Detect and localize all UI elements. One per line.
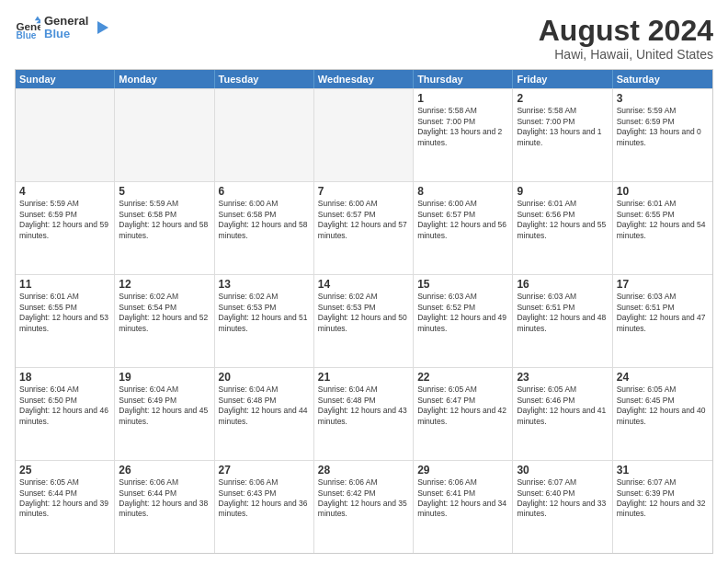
header-sunday: Sunday: [16, 70, 115, 88]
cell-5-2: 26Sunrise: 6:06 AM Sunset: 6:44 PM Dayli…: [115, 461, 214, 553]
header-monday: Monday: [115, 70, 214, 88]
week-1: 1Sunrise: 5:58 AM Sunset: 7:00 PM Daylig…: [16, 88, 712, 181]
svg-text:Blue: Blue: [17, 31, 37, 41]
day-info: Sunrise: 6:00 AM Sunset: 6:57 PM Dayligh…: [417, 199, 508, 241]
cell-3-3: 13Sunrise: 6:02 AM Sunset: 6:53 PM Dayli…: [215, 275, 314, 367]
day-info: Sunrise: 6:03 AM Sunset: 6:51 PM Dayligh…: [617, 292, 709, 334]
day-info: Sunrise: 6:06 AM Sunset: 6:44 PM Dayligh…: [119, 477, 210, 520]
cell-1-2: [115, 89, 214, 181]
calendar-subtitle: Hawi, Hawaii, United States: [539, 47, 713, 62]
day-number: 22: [417, 371, 508, 384]
day-number: 21: [318, 371, 409, 384]
day-number: 6: [219, 185, 310, 198]
cell-1-4: [314, 89, 414, 181]
cell-1-3: [215, 89, 314, 181]
day-number: 16: [517, 278, 608, 291]
day-info: Sunrise: 6:01 AM Sunset: 6:55 PM Dayligh…: [617, 199, 709, 241]
day-number: 13: [219, 278, 310, 291]
day-info: Sunrise: 6:00 AM Sunset: 6:58 PM Dayligh…: [219, 199, 310, 241]
day-info: Sunrise: 6:07 AM Sunset: 6:39 PM Dayligh…: [617, 477, 709, 520]
cell-5-7: 31Sunrise: 6:07 AM Sunset: 6:39 PM Dayli…: [613, 461, 712, 553]
svg-marker-2: [35, 17, 40, 21]
day-info: Sunrise: 6:07 AM Sunset: 6:40 PM Dayligh…: [517, 477, 608, 520]
day-number: 23: [517, 371, 608, 384]
cell-4-7: 24Sunrise: 6:05 AM Sunset: 6:45 PM Dayli…: [613, 368, 712, 460]
day-info: Sunrise: 6:03 AM Sunset: 6:51 PM Dayligh…: [517, 292, 608, 334]
day-number: 30: [517, 464, 608, 477]
cell-3-1: 11Sunrise: 6:01 AM Sunset: 6:55 PM Dayli…: [16, 275, 115, 367]
day-number: 31: [617, 464, 709, 477]
cell-1-1: [16, 89, 115, 181]
calendar-title: August 2024: [539, 15, 713, 47]
day-info: Sunrise: 6:02 AM Sunset: 6:53 PM Dayligh…: [318, 292, 409, 334]
title-area: August 2024 Hawi, Hawaii, United States: [539, 15, 713, 62]
day-info: Sunrise: 5:59 AM Sunset: 6:59 PM Dayligh…: [19, 199, 110, 241]
day-info: Sunrise: 5:58 AM Sunset: 7:00 PM Dayligh…: [417, 106, 508, 148]
day-number: 28: [318, 464, 409, 477]
day-info: Sunrise: 6:04 AM Sunset: 6:49 PM Dayligh…: [119, 385, 210, 427]
cell-2-1: 4Sunrise: 5:59 AM Sunset: 6:59 PM Daylig…: [16, 182, 115, 274]
day-number: 4: [19, 185, 110, 198]
cell-3-2: 12Sunrise: 6:02 AM Sunset: 6:54 PM Dayli…: [115, 275, 214, 367]
cell-3-4: 14Sunrise: 6:02 AM Sunset: 6:53 PM Dayli…: [314, 275, 414, 367]
header-saturday: Saturday: [613, 70, 712, 88]
day-info: Sunrise: 6:04 AM Sunset: 6:48 PM Dayligh…: [219, 385, 310, 427]
day-info: Sunrise: 6:00 AM Sunset: 6:57 PM Dayligh…: [318, 199, 409, 241]
day-number: 24: [617, 371, 709, 384]
day-number: 7: [318, 185, 409, 198]
cell-1-6: 2Sunrise: 5:58 AM Sunset: 7:00 PM Daylig…: [513, 89, 612, 181]
day-number: 9: [517, 185, 608, 198]
svg-marker-4: [97, 21, 108, 34]
page: General Blue General Blue August 2024 Ha…: [0, 0, 728, 563]
day-number: 14: [318, 278, 409, 291]
day-number: 10: [617, 185, 709, 198]
day-number: 29: [417, 464, 508, 477]
calendar-header: Sunday Monday Tuesday Wednesday Thursday…: [16, 70, 712, 88]
cell-5-5: 29Sunrise: 6:06 AM Sunset: 6:41 PM Dayli…: [414, 461, 513, 553]
day-number: 15: [417, 278, 508, 291]
day-number: 26: [119, 464, 210, 477]
cell-2-7: 10Sunrise: 6:01 AM Sunset: 6:55 PM Dayli…: [613, 182, 712, 274]
day-number: 25: [19, 464, 110, 477]
day-number: 5: [119, 185, 210, 198]
day-info: Sunrise: 6:06 AM Sunset: 6:41 PM Dayligh…: [417, 477, 508, 520]
cell-2-2: 5Sunrise: 5:59 AM Sunset: 6:58 PM Daylig…: [115, 182, 214, 274]
cell-4-6: 23Sunrise: 6:05 AM Sunset: 6:46 PM Dayli…: [513, 368, 612, 460]
header-tuesday: Tuesday: [215, 70, 314, 88]
header-wednesday: Wednesday: [314, 70, 414, 88]
day-info: Sunrise: 6:06 AM Sunset: 6:43 PM Dayligh…: [219, 477, 310, 520]
cell-3-7: 17Sunrise: 6:03 AM Sunset: 6:51 PM Dayli…: [613, 275, 712, 367]
cell-5-6: 30Sunrise: 6:07 AM Sunset: 6:40 PM Dayli…: [513, 461, 612, 553]
day-number: 20: [219, 371, 310, 384]
day-number: 27: [219, 464, 310, 477]
cell-5-3: 27Sunrise: 6:06 AM Sunset: 6:43 PM Dayli…: [215, 461, 314, 553]
day-number: 1: [417, 92, 508, 105]
day-info: Sunrise: 6:03 AM Sunset: 6:52 PM Dayligh…: [417, 292, 508, 334]
logo-general: General: [44, 15, 88, 28]
cell-3-5: 15Sunrise: 6:03 AM Sunset: 6:52 PM Dayli…: [414, 275, 513, 367]
day-info: Sunrise: 6:06 AM Sunset: 6:42 PM Dayligh…: [318, 477, 409, 520]
cell-1-7: 3Sunrise: 5:59 AM Sunset: 6:59 PM Daylig…: [613, 89, 712, 181]
header: General Blue General Blue August 2024 Ha…: [15, 15, 713, 62]
day-info: Sunrise: 5:59 AM Sunset: 6:59 PM Dayligh…: [617, 106, 709, 148]
header-thursday: Thursday: [414, 70, 513, 88]
cell-3-6: 16Sunrise: 6:03 AM Sunset: 6:51 PM Dayli…: [513, 275, 612, 367]
cell-5-1: 25Sunrise: 6:05 AM Sunset: 6:44 PM Dayli…: [16, 461, 115, 553]
day-info: Sunrise: 6:04 AM Sunset: 6:48 PM Dayligh…: [318, 385, 409, 427]
day-number: 2: [517, 92, 608, 105]
cell-2-5: 8Sunrise: 6:00 AM Sunset: 6:57 PM Daylig…: [414, 182, 513, 274]
logo-icon: General Blue: [15, 15, 40, 40]
day-info: Sunrise: 6:02 AM Sunset: 6:54 PM Dayligh…: [119, 292, 210, 334]
day-info: Sunrise: 6:04 AM Sunset: 6:50 PM Dayligh…: [19, 385, 110, 427]
cell-2-3: 6Sunrise: 6:00 AM Sunset: 6:58 PM Daylig…: [215, 182, 314, 274]
day-info: Sunrise: 6:05 AM Sunset: 6:45 PM Dayligh…: [617, 385, 709, 427]
day-info: Sunrise: 6:05 AM Sunset: 6:44 PM Dayligh…: [19, 477, 110, 520]
day-number: 11: [19, 278, 110, 291]
cell-5-4: 28Sunrise: 6:06 AM Sunset: 6:42 PM Dayli…: [314, 461, 414, 553]
week-4: 18Sunrise: 6:04 AM Sunset: 6:50 PM Dayli…: [16, 367, 712, 460]
day-info: Sunrise: 6:01 AM Sunset: 6:56 PM Dayligh…: [517, 199, 608, 241]
cell-1-5: 1Sunrise: 5:58 AM Sunset: 7:00 PM Daylig…: [414, 89, 513, 181]
week-3: 11Sunrise: 6:01 AM Sunset: 6:55 PM Dayli…: [16, 274, 712, 367]
cell-4-3: 20Sunrise: 6:04 AM Sunset: 6:48 PM Dayli…: [215, 368, 314, 460]
day-number: 3: [617, 92, 709, 105]
